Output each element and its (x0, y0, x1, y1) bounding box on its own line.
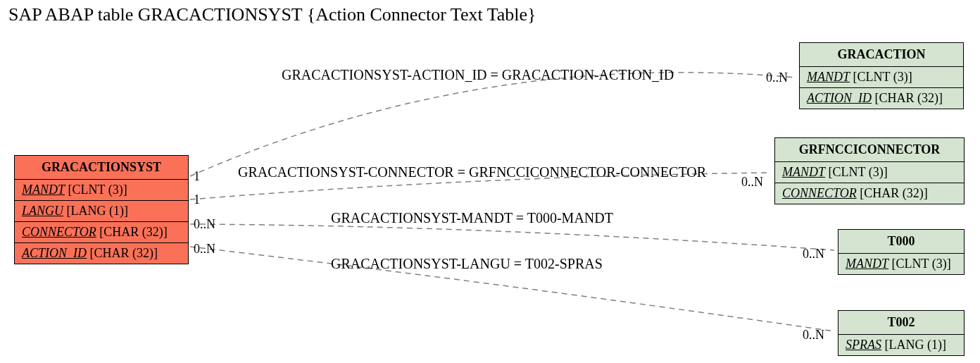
entity-field: MANDT [CLNT (3)] (838, 254, 964, 274)
entity-field: ACTION_ID [CHAR (32)] (800, 88, 963, 109)
entity-field: MANDT [CLNT (3)] (15, 180, 188, 201)
entity-t002: T002 SPRAS [LANG (1)] (838, 310, 965, 356)
line-r1 (190, 73, 796, 176)
line-r3 (190, 224, 834, 250)
cardinality-left-1: 1 (194, 169, 200, 184)
entity-field: ACTION_ID [CHAR (32)] (15, 243, 188, 264)
entity-field: CONNECTOR [CHAR (32)] (775, 183, 964, 204)
diagram-canvas: SAP ABAP table GRACACTIONSYST {Action Co… (0, 0, 980, 363)
cardinality-right-4: 0..N (803, 328, 824, 343)
relation-label-3: GRACACTIONSYST-MANDT = T000-MANDT (331, 210, 613, 226)
entity-header: GRACACTIONSYST (15, 156, 188, 180)
entity-header: T002 (838, 311, 964, 335)
entity-t000: T000 MANDT [CLNT (3)] (838, 229, 965, 275)
entity-gracaction: GRACACTION MANDT [CLNT (3)] ACTION_ID [C… (799, 42, 964, 109)
entity-grfncciconnector: GRFNCCICONNECTOR MANDT [CLNT (3)] CONNEC… (774, 137, 965, 204)
relation-label-2: GRACACTIONSYST-CONNECTOR = GRFNCCICONNEC… (238, 164, 706, 180)
entity-field: SPRAS [LANG (1)] (838, 335, 964, 355)
page-title: SAP ABAP table GRACACTIONSYST {Action Co… (8, 4, 536, 25)
cardinality-left-2: 1 (194, 192, 200, 207)
entity-gracactionsyst: GRACACTIONSYST MANDT [CLNT (3)] LANGU [L… (14, 155, 189, 264)
cardinality-right-2: 0..N (741, 175, 763, 190)
entity-header: GRFNCCICONNECTOR (775, 138, 964, 162)
cardinality-left-4: 0..N (194, 242, 215, 257)
entity-field: MANDT [CLNT (3)] (775, 162, 964, 183)
cardinality-left-3: 0..N (194, 217, 215, 232)
entity-header: T000 (838, 230, 964, 254)
cardinality-right-3: 0..N (803, 247, 824, 262)
relation-label-4: GRACACTIONSYST-LANGU = T002-SPRAS (331, 256, 603, 272)
cardinality-right-1: 0..N (766, 70, 788, 85)
relation-label-1: GRACACTIONSYST-ACTION_ID = GRACACTION-AC… (282, 67, 674, 83)
entity-header: GRACACTION (800, 43, 963, 67)
entity-field: CONNECTOR [CHAR (32)] (15, 222, 188, 243)
entity-field: MANDT [CLNT (3)] (800, 67, 963, 88)
entity-field: LANGU [LANG (1)] (15, 201, 188, 222)
